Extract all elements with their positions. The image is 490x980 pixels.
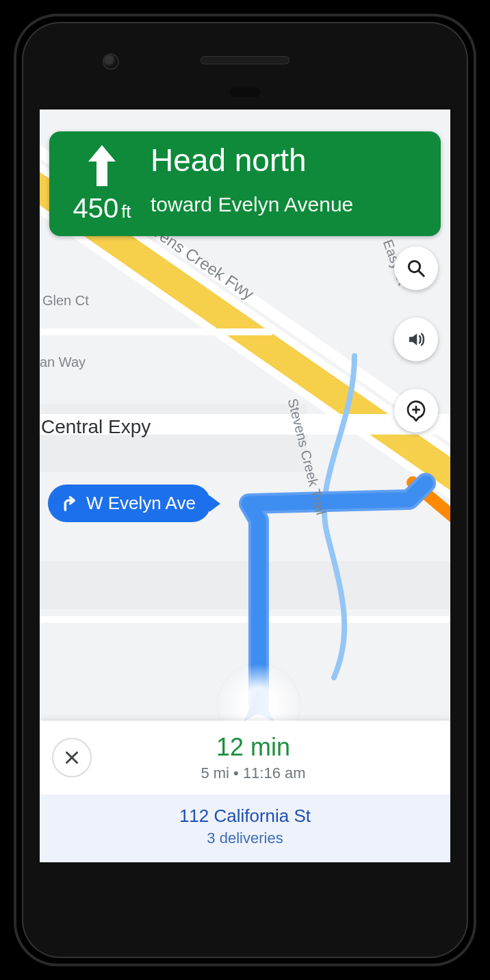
sound-button[interactable] [394, 318, 438, 361]
app-screen: Stevens Creek Fwy Easy St Glen Ct an Way… [40, 109, 450, 862]
direction-distance-unit: ft [121, 201, 131, 222]
map-label-an-way: an Way [40, 354, 86, 370]
eta-subline: 5 mi • 11:16 am [201, 764, 305, 782]
direction-arrow-icon [86, 144, 118, 192]
report-button[interactable] [394, 389, 438, 433]
destination-address: 112 California St [47, 805, 443, 827]
close-icon [63, 749, 81, 766]
phone-frame-outer: Stevens Creek Fwy Easy St Glen Ct an Way… [14, 14, 476, 966]
direction-distance-value: 450 [73, 193, 118, 223]
direction-banner[interactable]: Head north 450ft toward Evelyn Avenue [49, 131, 441, 236]
delivery-bar[interactable]: 112 California St 3 deliveries [40, 795, 450, 862]
search-icon [406, 258, 426, 279]
add-report-icon [405, 400, 427, 422]
bottom-main-row: 12 min 5 mi • 11:16 am [40, 721, 450, 795]
svg-line-11 [419, 271, 424, 276]
svg-rect-2 [40, 561, 450, 609]
map-fab-column [394, 246, 438, 433]
phone-sensor-pill [230, 88, 260, 97]
bottom-sheet[interactable]: 12 min 5 mi • 11:16 am 112 California St… [40, 721, 450, 862]
phone-camera [104, 55, 118, 68]
direction-primary-text: Head north [151, 144, 426, 192]
eta-block: 12 min 5 mi • 11:16 am [111, 733, 396, 782]
direction-distance: 450ft [73, 193, 131, 224]
map-label-glen-ct: Glen Ct [42, 293, 89, 309]
phone-speaker [201, 56, 289, 64]
phone-frame-inner: Stevens Creek Fwy Easy St Glen Ct an Way… [22, 22, 468, 958]
map-label-central-expy: Central Expy [41, 416, 151, 438]
search-button[interactable] [394, 246, 438, 290]
direction-secondary-text: toward Evelyn Avenue [151, 193, 426, 224]
sound-icon [406, 329, 426, 350]
delivery-subline: 3 deliveries [47, 829, 443, 847]
turn-chip-label: W Evelyn Ave [86, 493, 196, 514]
close-navigation-button[interactable] [52, 738, 92, 777]
upcoming-turn-chip[interactable]: W Evelyn Ave [48, 485, 211, 522]
turn-right-icon [59, 494, 78, 513]
eta-text: 12 min [216, 733, 290, 762]
